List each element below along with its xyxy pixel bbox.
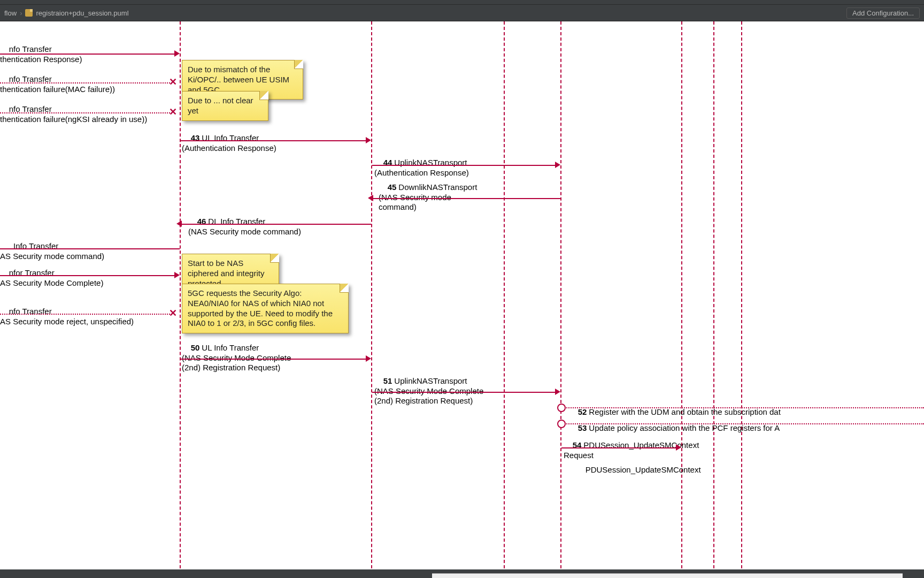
add-configuration-button[interactable]: Add Configuration... xyxy=(846,7,920,19)
lost-x-icon: ✕ xyxy=(169,307,177,319)
lifeline-3 xyxy=(504,21,505,578)
chevron-right-icon: › xyxy=(20,9,22,17)
breadcrumb-file[interactable]: registraion+pdu_session.puml xyxy=(36,9,128,17)
arrow xyxy=(372,165,556,166)
arrowhead-right-icon xyxy=(174,50,180,57)
bottom-panel xyxy=(432,573,903,578)
arrowhead-right-icon xyxy=(366,137,371,143)
message-nas-reject: nfo Transfer AS Security mode reject, un… xyxy=(0,296,134,326)
arrow-dashed xyxy=(0,314,170,315)
message-ngksi: nfo Transfer thentication failure(ngKSI … xyxy=(0,94,147,124)
message-43: 43UL Info Transfer (Authentication Respo… xyxy=(182,123,276,153)
file-icon xyxy=(25,9,33,17)
message-50: 50UL Info Transfer (NAS Security Mode Co… xyxy=(182,333,291,373)
arrow-dashed xyxy=(0,112,170,113)
arrowhead-right-icon xyxy=(555,162,560,168)
message-45: 45DownlikNASTransport (NAS Security mode… xyxy=(379,172,477,212)
lifeline-5 xyxy=(681,21,682,578)
message-55: PDUSession_UpdateSMContext xyxy=(576,455,701,475)
breadcrumb-bar: flow › registraion+pdu_session.puml Add … xyxy=(0,4,924,21)
arrowhead-right-icon xyxy=(555,389,560,395)
lifeline-2 xyxy=(371,21,372,578)
note-5gc-algo: 5GC requests the Security Algo: NEA0/NIA… xyxy=(182,284,349,333)
arrowhead-right-icon xyxy=(676,444,681,451)
arrow xyxy=(0,275,175,276)
message-dl-nas-left: Info Transfer AS Security mode command) xyxy=(0,231,104,261)
arrow xyxy=(372,392,556,393)
title-bar xyxy=(0,0,924,4)
lifeline-6 xyxy=(713,21,714,578)
message-mac-failure: nfo Transfer thentication failure(MAC fa… xyxy=(0,64,115,94)
note-not-clear: Due to ... not clear yet xyxy=(182,91,268,121)
diagram-canvas[interactable]: nfo Transfer thentication Response) nfo … xyxy=(0,21,924,578)
arrow xyxy=(0,54,175,55)
lifeline-1 xyxy=(180,21,181,578)
arrow xyxy=(181,140,367,141)
arrow xyxy=(181,359,367,360)
arrow xyxy=(372,198,560,199)
message-51: 51UplinkNASTransport (NAS Security Mode … xyxy=(374,366,483,406)
arrow xyxy=(0,248,180,249)
lifeline-7 xyxy=(741,21,742,578)
breadcrumb-folder[interactable]: flow xyxy=(4,9,17,17)
lifeline-4 xyxy=(560,21,561,578)
arrowhead-right-icon xyxy=(174,272,180,278)
lost-x-icon: ✕ xyxy=(169,106,177,118)
message-46: 46DL Info Transfer (NAS Security mode co… xyxy=(188,207,301,237)
lost-x-icon: ✕ xyxy=(169,76,177,88)
arrow-dashed xyxy=(0,82,170,83)
message-auth-response-left: nfo Transfer thentication Response) xyxy=(0,34,82,64)
arrowhead-left-icon xyxy=(368,195,373,201)
arrowhead-right-icon xyxy=(366,355,371,362)
message-nas-complete-left: nfor Transfer AS Security Mode Complete) xyxy=(0,258,103,288)
arrow xyxy=(181,224,371,225)
arrow xyxy=(561,447,677,448)
arrowhead-left-icon xyxy=(176,220,182,227)
